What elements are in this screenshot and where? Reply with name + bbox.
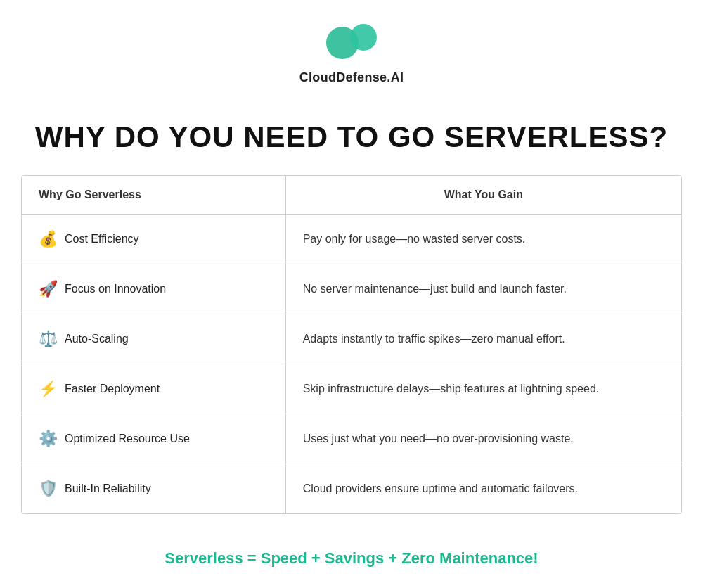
table-cell-label: ⚙️Optimized Resource Use (22, 414, 285, 464)
table-cell-gain: Cloud providers ensure uptime and automa… (285, 464, 681, 514)
table-cell-gain: Uses just what you need—no over-provisio… (285, 414, 681, 464)
logo (323, 21, 380, 63)
optimized-resource-use-icon: ⚙️ (39, 430, 58, 448)
logo-circle-right (350, 24, 377, 51)
table-cell-gain: Adapts instantly to traffic spikes—zero … (285, 314, 681, 364)
cost-efficiency-icon: 💰 (39, 230, 58, 248)
header: CloudDefense.AI (299, 0, 404, 85)
row-label-text: Cost Efficiency (65, 233, 139, 245)
table-cell-label: ⚖️Auto-Scaling (22, 314, 285, 364)
row-label-text: Built-In Reliability (65, 482, 151, 495)
auto-scaling-icon: ⚖️ (39, 330, 58, 348)
table-cell-label: 🚀Focus on Innovation (22, 264, 285, 314)
table-row: ⚡Faster DeploymentSkip infrastructure de… (22, 364, 681, 414)
row-label-text: Optimized Resource Use (65, 433, 190, 445)
table-row: ⚖️Auto-ScalingAdapts instantly to traffi… (22, 314, 681, 364)
table-cell-gain: No server maintenance—just build and lau… (285, 264, 681, 314)
table-row: 💰Cost EfficiencyPay only for usage—no wa… (22, 215, 681, 264)
row-label-text: Auto-Scaling (65, 333, 129, 345)
table-cell-gain: Skip infrastructure delays—ship features… (285, 364, 681, 414)
table-cell-label: ⚡Faster Deployment (22, 364, 285, 414)
table-header-row: Why Go Serverless What You Gain (22, 176, 681, 215)
footer-tagline: Serverless = Speed + Savings + Zero Main… (165, 549, 538, 568)
brand-name: CloudDefense.AI (299, 70, 404, 85)
table-cell-label: 💰Cost Efficiency (22, 215, 285, 264)
table-row: ⚙️Optimized Resource UseUses just what y… (22, 414, 681, 464)
table-row: 🛡️Built-In ReliabilityCloud providers en… (22, 464, 681, 514)
table-row: 🚀Focus on InnovationNo server maintenanc… (22, 264, 681, 314)
page-title: WHY DO YOU NEED TO GO SERVERLESS? (7, 120, 696, 154)
row-label-text: Focus on Innovation (65, 283, 166, 295)
faster-deployment-icon: ⚡ (39, 380, 58, 398)
focus-on-innovation-icon: 🚀 (39, 280, 58, 298)
table-cell-label: 🛡️Built-In Reliability (22, 464, 285, 514)
row-label-text: Faster Deployment (65, 383, 160, 395)
col1-header: Why Go Serverless (22, 176, 285, 215)
comparison-table: Why Go Serverless What You Gain 💰Cost Ef… (21, 175, 682, 514)
built-in-reliability-icon: 🛡️ (39, 480, 58, 498)
table-cell-gain: Pay only for usage—no wasted server cost… (285, 215, 681, 264)
col2-header: What You Gain (285, 176, 681, 215)
